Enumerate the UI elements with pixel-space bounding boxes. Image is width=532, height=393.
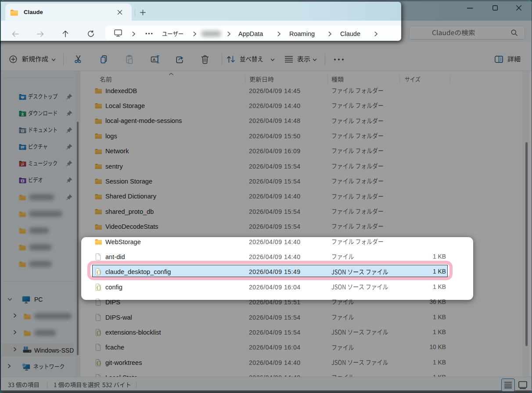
svg-text:{}: {} xyxy=(97,361,101,366)
svg-text:A: A xyxy=(153,57,156,62)
svg-text:{}: {} xyxy=(97,331,101,335)
